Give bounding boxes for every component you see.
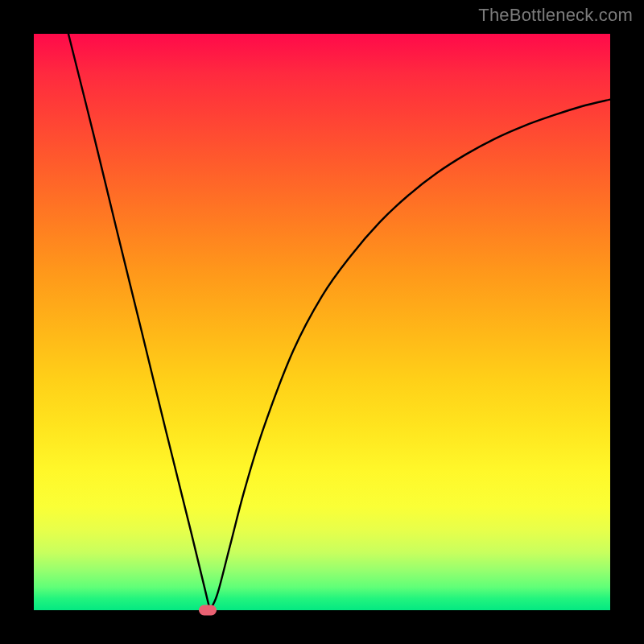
curve-svg: [34, 34, 610, 610]
bottleneck-curve-path: [68, 34, 610, 609]
chart-frame: TheBottleneck.com: [0, 0, 644, 644]
plot-area: [34, 34, 610, 610]
watermark-text: TheBottleneck.com: [478, 5, 633, 26]
bottleneck-marker: [199, 605, 217, 616]
